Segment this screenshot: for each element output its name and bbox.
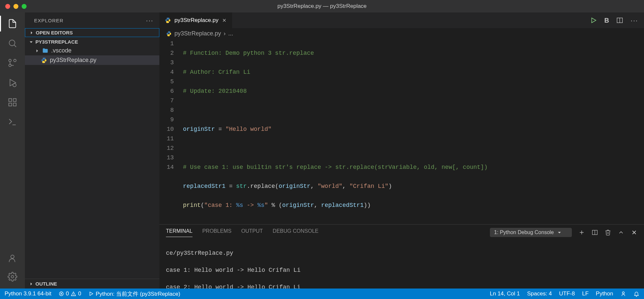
explorer-title: EXPLORER	[34, 18, 64, 23]
main-area: EXPLORER ··· OPEN EDITORS PY3STRREPLACE …	[0, 12, 644, 289]
svg-rect-8	[13, 99, 16, 102]
bold-action[interactable]: B	[604, 17, 609, 24]
code-lines[interactable]: # Function: Demo python 3 str.replace # …	[183, 39, 644, 224]
file-py3strreplace[interactable]: py3StrReplace.py	[25, 55, 159, 65]
status-debug-label: Python: 当前文件 (py3StrReplace)	[96, 290, 180, 298]
bell-icon[interactable]	[634, 291, 639, 297]
code-token: .replace(	[247, 183, 278, 189]
source-control-icon[interactable]	[7, 58, 18, 68]
explorer-icon[interactable]	[7, 18, 18, 29]
breadcrumb[interactable]: py3StrReplace.py › ...	[159, 28, 644, 39]
python-file-icon	[41, 57, 47, 64]
minimize-window-button[interactable]	[13, 4, 18, 9]
run-debug-icon[interactable]	[7, 77, 18, 88]
warning-icon	[71, 291, 76, 296]
svg-point-13	[11, 275, 14, 278]
more-icon[interactable]: ···	[631, 17, 638, 24]
breadcrumb-sep: ›	[224, 30, 226, 37]
maximize-panel-icon[interactable]	[618, 229, 624, 236]
panel-actions: 1: Python Debug Console	[490, 228, 637, 237]
terminal-line: ce/py3StrReplace.py	[166, 249, 637, 257]
feedback-icon[interactable]	[620, 291, 626, 297]
code-token: %s	[257, 202, 265, 209]
file-label: py3StrReplace.py	[50, 57, 96, 64]
line-number: 13	[159, 153, 174, 163]
folder-vscode[interactable]: .vscode	[25, 46, 159, 55]
search-icon[interactable]	[7, 38, 18, 49]
open-editors-label: OPEN EDITORS	[36, 30, 73, 35]
more-icon[interactable]: ···	[146, 17, 153, 24]
svg-rect-10	[13, 103, 16, 106]
status-eol[interactable]: LF	[582, 290, 589, 297]
titlebar: py3StrReplace.py — py3StrReplace	[0, 0, 644, 12]
terminal-selector[interactable]: 1: Python Debug Console	[490, 228, 572, 237]
code-token: "Crifan Li"	[350, 183, 389, 189]
project-section[interactable]: PY3STRREPLACE	[25, 38, 159, 46]
extensions-icon[interactable]	[7, 97, 18, 108]
tab-py3strreplace[interactable]: py3StrReplace.py	[159, 12, 232, 28]
maximize-window-button[interactable]	[22, 4, 27, 9]
chevron-right-icon	[35, 49, 39, 53]
tab-terminal[interactable]: TERMINAL	[166, 228, 192, 237]
chevron-right-icon	[29, 282, 33, 286]
breadcrumb-dots: ...	[228, 30, 233, 37]
status-python[interactable]: Python 3.9.1 64-bit	[5, 290, 51, 297]
terminal-line: case 1: Hello world -> Hello Crifan Li	[166, 266, 637, 274]
status-spaces[interactable]: Spaces: 4	[527, 290, 552, 297]
run-icon[interactable]	[590, 17, 597, 24]
line-number: 11	[159, 134, 174, 144]
svg-point-12	[11, 255, 14, 258]
code-token: )	[389, 183, 392, 189]
close-icon[interactable]	[222, 18, 227, 23]
account-icon[interactable]	[7, 253, 18, 264]
outline-section[interactable]: OUTLINE	[25, 279, 159, 289]
tab-problems[interactable]: PROBLEMS	[202, 228, 231, 237]
status-debug-config[interactable]: Python: 当前文件 (py3StrReplace)	[89, 290, 180, 298]
line-number: 5	[159, 77, 174, 87]
trash-icon[interactable]	[605, 229, 611, 236]
editor-area: py3StrReplace.py B ··· py3StrReplace.py …	[159, 12, 644, 289]
new-terminal-icon[interactable]	[578, 229, 585, 236]
close-panel-icon[interactable]	[631, 229, 637, 236]
code-token: originStr	[279, 183, 311, 189]
status-encoding[interactable]: UTF-8	[559, 290, 575, 297]
code-token: %s	[236, 202, 243, 209]
remote-icon[interactable]	[7, 117, 18, 127]
svg-point-2	[14, 59, 16, 62]
code-token: "case 1:	[204, 202, 236, 209]
svg-point-6	[13, 84, 16, 87]
close-window-button[interactable]	[5, 4, 10, 9]
tab-output[interactable]: OUTPUT	[241, 228, 263, 237]
code-token: print	[183, 202, 201, 209]
code-token: # Update: 20210408	[183, 88, 247, 94]
explorer-header: EXPLORER ···	[25, 12, 159, 28]
python-file-icon	[166, 31, 172, 37]
traffic-lights	[0, 4, 27, 9]
line-number: 14	[159, 163, 174, 172]
split-editor-icon[interactable]	[616, 17, 623, 24]
svg-rect-9	[9, 103, 12, 106]
code-token: # Use case 1: use builtin str's replace …	[183, 164, 488, 170]
open-editors-section[interactable]: OPEN EDITORS	[25, 28, 159, 37]
gear-icon[interactable]	[7, 271, 18, 282]
panel-tabs: TERMINAL PROBLEMS OUTPUT DEBUG CONSOLE 1…	[159, 225, 644, 237]
split-terminal-icon[interactable]	[592, 229, 598, 236]
code-token: ->	[243, 202, 257, 209]
svg-rect-7	[9, 99, 12, 102]
tab-debug-console[interactable]: DEBUG CONSOLE	[273, 228, 319, 237]
svg-point-14	[43, 58, 44, 58]
status-lang[interactable]: Python	[596, 290, 613, 297]
code-area[interactable]: 1 2 3 4 5 6 7 8 9 10 11 12 13 14 # Funct…	[159, 39, 644, 224]
status-problems[interactable]: 0 0	[59, 290, 81, 297]
activity-bar	[0, 12, 25, 289]
chevron-right-icon	[29, 30, 34, 35]
code-token: originStr	[183, 126, 215, 132]
code-token: ,	[342, 183, 350, 189]
svg-point-0	[9, 40, 15, 46]
svg-point-35	[622, 292, 624, 294]
line-number: 4	[159, 68, 174, 77]
line-number: 9	[159, 115, 174, 125]
svg-point-4	[9, 59, 11, 62]
terminal-panel: TERMINAL PROBLEMS OUTPUT DEBUG CONSOLE 1…	[159, 224, 644, 289]
status-ln-col[interactable]: Ln 14, Col 1	[490, 290, 520, 297]
